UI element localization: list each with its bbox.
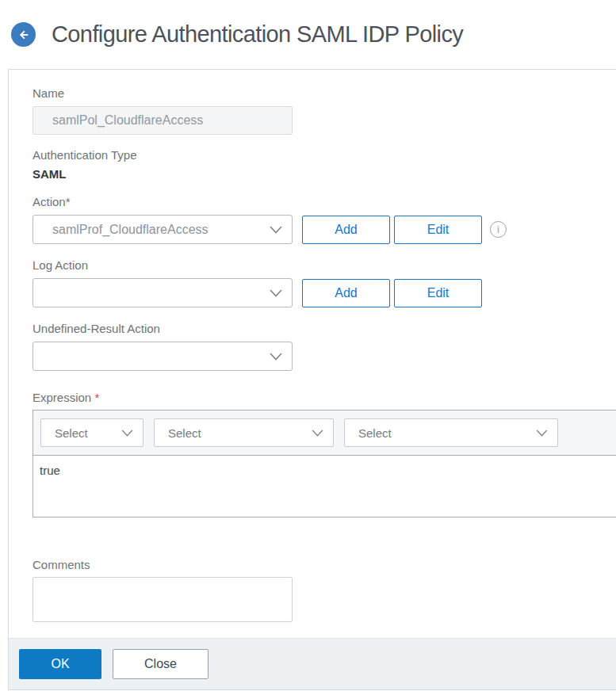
form-footer: OK Close xyxy=(9,638,616,690)
expression-label: Expression * xyxy=(33,391,616,404)
back-button[interactable] xyxy=(11,22,36,47)
comments-label: Comments xyxy=(33,558,616,571)
action-dropdown-value: samlProf_CloudflareAccess xyxy=(52,223,209,237)
auth-type-value: SAML xyxy=(33,167,616,181)
chevron-down-icon xyxy=(536,430,548,437)
expression-select-1[interactable]: Select xyxy=(40,418,143,447)
close-button[interactable]: Close xyxy=(113,649,209,679)
expression-select-2[interactable]: Select xyxy=(154,418,334,447)
log-action-dropdown[interactable] xyxy=(33,278,293,307)
form-panel: Name Authentication Type SAML Action* sa… xyxy=(8,69,616,690)
expression-select-3[interactable]: Select xyxy=(344,418,558,447)
chevron-down-icon xyxy=(270,289,282,297)
chevron-down-icon xyxy=(270,226,282,234)
chevron-down-icon xyxy=(121,430,133,437)
undefined-action-dropdown[interactable] xyxy=(33,342,293,371)
expression-select-3-value: Select xyxy=(358,426,392,440)
name-label: Name xyxy=(33,86,616,100)
arrow-left-icon xyxy=(17,28,31,42)
undefined-action-label: Undefined-Result Action xyxy=(33,322,616,335)
action-label: Action* xyxy=(33,195,616,208)
auth-type-label: Authentication Type xyxy=(33,148,616,162)
chevron-down-icon xyxy=(270,353,282,361)
log-action-label: Log Action xyxy=(33,258,616,272)
expression-editor: Select Select Select xyxy=(33,410,616,517)
action-add-button[interactable]: Add xyxy=(302,216,390,244)
expression-select-1-value: Select xyxy=(55,426,88,440)
expression-textarea[interactable]: true xyxy=(33,456,616,517)
chevron-down-icon xyxy=(312,430,323,437)
required-asterisk: * xyxy=(94,391,99,404)
expression-toolbar: Select Select Select xyxy=(33,411,616,456)
page-title: Configure Authentication SAML IDP Policy xyxy=(52,21,463,48)
expression-select-2-value: Select xyxy=(168,426,201,440)
page-header: Configure Authentication SAML IDP Policy xyxy=(0,0,616,69)
name-input xyxy=(33,106,293,135)
comments-textarea[interactable] xyxy=(33,577,293,622)
log-action-add-button[interactable]: Add xyxy=(302,279,390,307)
log-action-edit-button[interactable]: Edit xyxy=(394,279,482,307)
action-dropdown[interactable]: samlProf_CloudflareAccess xyxy=(33,215,293,244)
ok-button[interactable]: OK xyxy=(19,649,101,679)
info-icon[interactable] xyxy=(490,221,507,238)
action-edit-button[interactable]: Edit xyxy=(394,216,482,244)
